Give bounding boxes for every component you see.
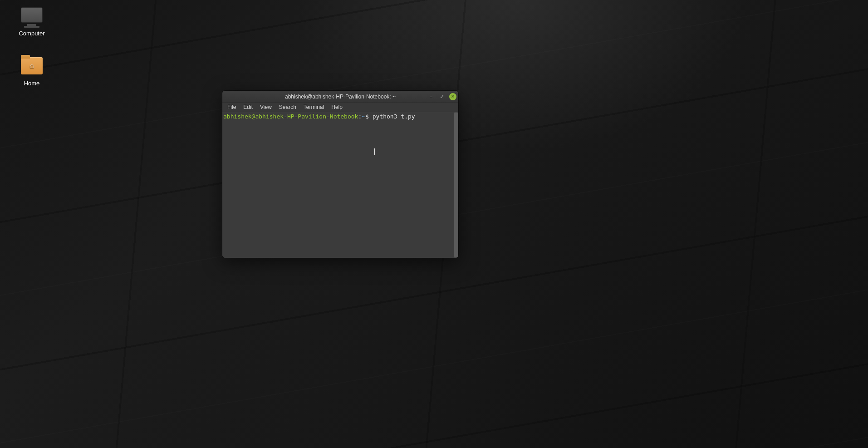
computer-icon <box>21 7 43 27</box>
text-cursor-icon <box>374 148 375 155</box>
maximize-icon: ⤢ <box>440 94 444 99</box>
menu-help[interactable]: Help <box>328 103 346 111</box>
desktop-icon-label: Computer <box>11 30 52 37</box>
window-maximize-button[interactable]: ⤢ <box>438 93 446 100</box>
desktop-icon-home[interactable]: ⌂ Home <box>11 55 52 87</box>
terminal-window[interactable]: abhishek@abhishek-HP-Pavilion-Notebook: … <box>222 91 458 258</box>
menu-terminal[interactable]: Terminal <box>300 103 327 111</box>
desktop-icon-computer[interactable]: Computer <box>11 7 52 37</box>
prompt-user-host: abhishek@abhishek-HP-Pavilion-Notebook <box>223 113 358 120</box>
menu-edit[interactable]: Edit <box>240 103 256 111</box>
window-close-button[interactable]: ✕ <box>449 93 456 100</box>
minimize-icon: – <box>430 94 432 99</box>
close-icon: ✕ <box>451 94 455 99</box>
terminal-line: abhishek@abhishek-HP-Pavilion-Notebook:~… <box>223 113 458 120</box>
desktop-icon-label: Home <box>11 80 52 87</box>
prompt-path: ~ <box>362 113 365 120</box>
window-title: abhishek@abhishek-HP-Pavilion-Notebook: … <box>285 94 396 100</box>
prompt-space <box>369 113 373 120</box>
folder-icon: ⌂ <box>21 57 43 77</box>
window-minimize-button[interactable]: – <box>427 93 435 100</box>
menu-file[interactable]: File <box>224 103 239 111</box>
prompt-symbol: $ <box>365 113 369 120</box>
terminal-menubar: File Edit View Search Terminal Help <box>222 103 458 112</box>
terminal-command: python3 t.py <box>373 113 415 120</box>
menu-view[interactable]: View <box>257 103 275 111</box>
terminal-body[interactable]: abhishek@abhishek-HP-Pavilion-Notebook:~… <box>222 112 458 258</box>
terminal-scrollbar[interactable] <box>454 112 458 258</box>
window-titlebar[interactable]: abhishek@abhishek-HP-Pavilion-Notebook: … <box>222 91 458 103</box>
menu-search[interactable]: Search <box>276 103 299 111</box>
